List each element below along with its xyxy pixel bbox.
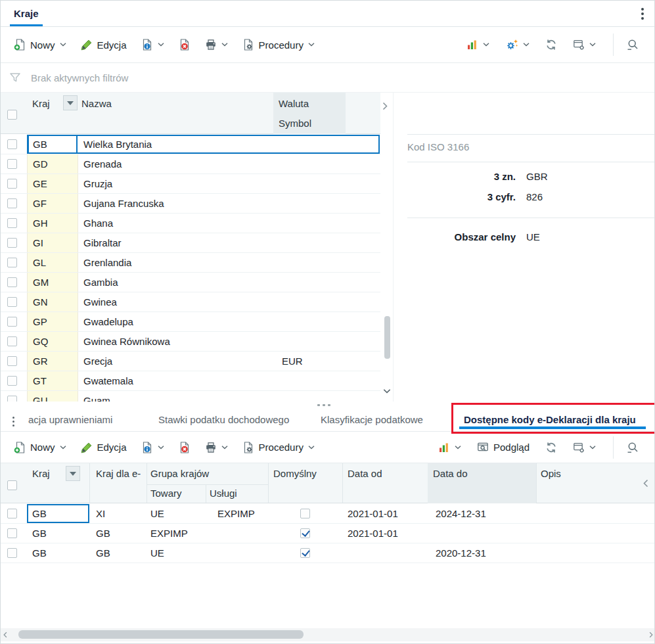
tab-klasyfikacje-podatkowe[interactable]: Klasyfikacje podatkowe — [321, 414, 423, 425]
select-all-checkbox[interactable] — [7, 110, 17, 120]
collapse-panel-icon[interactable] — [643, 479, 648, 488]
row-checkbox[interactable] — [7, 317, 17, 327]
table-row[interactable]: GB Wielka Brytania — [1, 135, 380, 154]
automation-button[interactable] — [500, 35, 535, 55]
print-button[interactable] — [200, 35, 233, 55]
column-header-symbol[interactable]: Symbol — [279, 118, 311, 129]
column-header-nazwa[interactable]: Nazwa — [81, 98, 112, 109]
horizontal-scrollbar-thumb[interactable] — [18, 630, 304, 639]
search-button[interactable] — [621, 35, 644, 55]
column-header-opis[interactable]: Opis — [541, 468, 561, 479]
select-all-checkbox[interactable] — [7, 480, 17, 490]
table-row[interactable]: GP Gwadelupa — [1, 312, 380, 332]
row-checkbox[interactable] — [7, 139, 17, 149]
tab-kraje[interactable]: Kraje — [9, 1, 44, 26]
row-checkbox[interactable] — [7, 277, 17, 287]
row-checkbox[interactable] — [7, 238, 17, 248]
table-row[interactable]: GB XI UE EXPIMP 2021-01-01 2024-12-31 — [1, 504, 654, 524]
tab-stawki-podatku[interactable]: Stawki podatku dochodowego — [158, 414, 289, 425]
horizontal-scrollbar[interactable] — [1, 628, 655, 641]
table-row[interactable]: GU Guam — [1, 391, 380, 402]
row-checkbox[interactable] — [7, 509, 17, 518]
filter-bar[interactable]: Brak aktywnych filtrów — [1, 63, 654, 93]
search-button[interactable] — [621, 438, 644, 457]
table-row[interactable]: GL Grenlandia — [1, 253, 380, 273]
row-checkbox[interactable] — [7, 198, 17, 208]
column-header-uslugi[interactable]: Usługi — [210, 488, 237, 499]
window-menu-icon[interactable] — [639, 5, 646, 22]
tab-overflow-menu-icon[interactable] — [10, 414, 17, 429]
chevron-down-icon — [589, 43, 596, 47]
row-checkbox[interactable] — [7, 528, 17, 538]
domyslny-checkbox[interactable] — [300, 528, 310, 538]
row-checkbox[interactable] — [7, 376, 17, 386]
domyslny-checkbox[interactable] — [300, 509, 310, 518]
edit-button[interactable]: Edycja — [76, 438, 132, 457]
column-header-kraj[interactable]: Kraj — [32, 98, 50, 109]
column-header-data-do[interactable]: Data do — [433, 468, 468, 479]
table-row[interactable]: GH Ghana — [1, 214, 380, 233]
analysis-chart-button[interactable] — [461, 35, 495, 55]
table-row[interactable]: GM Gambia — [1, 273, 380, 292]
table-row[interactable]: GB GB EXPIMP 2021-01-01 — [1, 524, 654, 543]
refresh-button[interactable] — [540, 35, 562, 55]
column-header-waluta[interactable]: Waluta — [279, 98, 309, 109]
expand-panel-icon[interactable] — [382, 102, 388, 110]
delete-button[interactable] — [173, 35, 196, 55]
domyslny-checkbox[interactable] — [300, 548, 310, 558]
refresh-button[interactable] — [540, 438, 562, 457]
row-checkbox[interactable] — [7, 356, 17, 366]
new-document-icon — [14, 39, 26, 51]
new-button[interactable]: Nowy — [9, 35, 72, 55]
column-header-domyslny[interactable]: Domyślny — [273, 468, 317, 479]
scroll-left-icon[interactable] — [3, 632, 7, 638]
table-row[interactable]: GT Gwatemala — [1, 371, 380, 391]
row-checkbox[interactable] — [7, 218, 17, 228]
tab-kody-edeklaracji[interactable]: Dostępne kody e-Deklaracji dla kraju — [464, 414, 636, 425]
delete-button[interactable] — [173, 438, 196, 457]
procedures-button[interactable]: Procedury — [237, 35, 320, 55]
column-header-grupa-krajow[interactable]: Grupa krajów — [150, 468, 209, 479]
cell-symbol — [275, 273, 348, 292]
table-row[interactable]: GB GB UE 2020-12-31 — [1, 543, 654, 563]
toolbar-divider — [613, 34, 614, 56]
table-row[interactable]: GE Gruzja — [1, 174, 380, 194]
table-row[interactable]: GF Gujana Francuska — [1, 194, 380, 214]
table-row[interactable]: GN Gwinea — [1, 292, 380, 312]
document-info-button[interactable] — [136, 35, 169, 55]
print-button[interactable] — [200, 438, 233, 457]
tab-uprawnienia[interactable]: acja uprawnieniami — [28, 414, 112, 425]
analysis-chart-button[interactable] — [433, 438, 466, 457]
column-header-towary[interactable]: Towary — [150, 488, 182, 499]
procedures-button[interactable]: Procedury — [237, 438, 320, 457]
edit-button[interactable]: Edycja — [76, 35, 132, 55]
pane-splitter[interactable] — [1, 402, 654, 408]
view-settings-button[interactable] — [568, 35, 601, 55]
sort-descending-button[interactable] — [63, 95, 78, 110]
detail-field-3zn: 3 zn. GBR — [394, 166, 654, 186]
scroll-right-icon[interactable] — [649, 632, 653, 638]
document-info-icon — [141, 39, 153, 51]
column-header-kraj-dla-e[interactable]: Kraj dla e- — [96, 468, 141, 479]
row-checkbox[interactable] — [7, 179, 17, 189]
cell-symbol — [275, 135, 348, 154]
row-checkbox[interactable] — [7, 548, 17, 558]
row-checkbox[interactable] — [7, 336, 17, 346]
view-settings-button[interactable] — [568, 438, 601, 457]
sort-descending-button[interactable] — [66, 466, 80, 481]
row-checkbox[interactable] — [7, 258, 17, 267]
row-checkbox[interactable] — [7, 159, 17, 169]
table-row[interactable]: GR Grecja EUR — [1, 352, 380, 371]
column-header-kraj[interactable]: Kraj — [32, 468, 50, 479]
row-checkbox[interactable] — [7, 396, 17, 402]
new-button[interactable]: Nowy — [9, 438, 72, 457]
column-header-data-od[interactable]: Data od — [348, 468, 382, 479]
table-row[interactable]: GD Grenada — [1, 154, 380, 174]
row-checkbox[interactable] — [7, 297, 17, 307]
vertical-scrollbar-thumb[interactable] — [384, 316, 390, 359]
scroll-down-icon[interactable] — [383, 389, 391, 394]
table-row[interactable]: GQ Gwinea Równikowa — [1, 332, 380, 352]
preview-button[interactable]: Podgląd — [472, 438, 535, 457]
table-row[interactable]: GI Gibraltar — [1, 233, 380, 253]
document-info-button[interactable] — [136, 438, 169, 457]
